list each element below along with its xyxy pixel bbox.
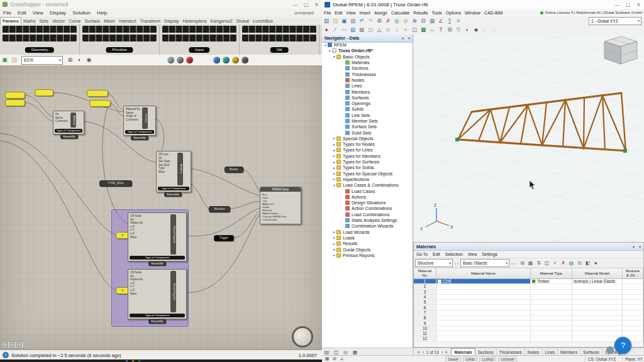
- color-column-icon[interactable]: ◧: [584, 260, 592, 267]
- material-name-cell[interactable]: [436, 336, 531, 341]
- tree-expander-icon[interactable]: ▸: [332, 148, 336, 152]
- navigator-display-tab[interactable]: ◫: [331, 349, 341, 355]
- tree-expander-icon[interactable]: ▸: [332, 143, 336, 146]
- tree-expander-icon[interactable]: ▸: [332, 166, 336, 170]
- modulus-cell[interactable]: [623, 279, 643, 284]
- snap-settings-icon[interactable]: ▦: [324, 356, 330, 362]
- settings-icon[interactable]: ≡: [455, 17, 462, 25]
- palette-group[interactable]: Primitive: [80, 25, 160, 55]
- sort-icon[interactable]: ⇅: [535, 260, 543, 267]
- help-chat-button[interactable]: ?: [614, 337, 631, 354]
- row-number-cell[interactable]: 8: [414, 315, 436, 321]
- visibility-tool-icon[interactable]: ◐: [464, 26, 471, 33]
- gumball-icon[interactable]: [177, 57, 184, 63]
- param-pill[interactable]: [87, 90, 108, 97]
- gh-category-tab[interactable]: Curve: [67, 18, 82, 25]
- preview-shaded-icon[interactable]: [213, 57, 220, 63]
- material-name-cell[interactable]: [436, 321, 531, 326]
- modulus-cell[interactable]: [623, 321, 643, 326]
- modulus-cell[interactable]: [623, 305, 643, 310]
- gh-category-tab[interactable]: Vector: [50, 18, 67, 25]
- tree-item[interactable]: Action Combinations: [322, 206, 413, 211]
- new-model-icon[interactable]: ▤: [323, 17, 330, 25]
- tree-item[interactable]: ▸ Types for Nodes: [322, 141, 413, 147]
- maximize-icon[interactable]: ▢: [623, 1, 633, 9]
- material-name-cell[interactable]: [436, 315, 531, 321]
- hinge-tool-icon[interactable]: ◇: [384, 26, 392, 33]
- zoom-out-icon[interactable]: ⊟: [419, 17, 427, 25]
- tree-expander-icon[interactable]: ▾: [332, 55, 336, 58]
- palette-group-label[interactable]: Util: [270, 47, 289, 53]
- param-pill[interactable]: [5, 99, 25, 106]
- rfem-menu-item[interactable]: File: [322, 11, 333, 15]
- gh-menu-item[interactable]: Solution: [69, 10, 94, 16]
- tree-item[interactable]: ▸ Imperfections: [322, 177, 413, 182]
- gh-menu-item[interactable]: Display: [47, 10, 69, 16]
- materials-panel-header[interactable]: Materials ▾ ✕: [414, 243, 643, 251]
- tree-expander-icon[interactable]: ▸: [332, 253, 336, 257]
- modulus-cell[interactable]: [623, 310, 643, 315]
- snap-toggle[interactable]: OSNAP: [498, 356, 517, 362]
- assemble-tag[interactable]: Assemble: [164, 192, 182, 197]
- tree-expander-icon[interactable]: ▾: [328, 49, 332, 53]
- first-page-icon[interactable]: «: [416, 350, 421, 354]
- node-tool-icon[interactable]: ●: [323, 26, 330, 33]
- canvas-corner-widget[interactable]: [1, 341, 24, 348]
- modulus-cell[interactable]: [623, 290, 643, 295]
- modulus-cell[interactable]: [623, 331, 643, 336]
- apply-icon[interactable]: ✓: [552, 260, 559, 267]
- tree-item[interactable]: ▸ Types for Lines: [322, 147, 413, 153]
- trigger-tag[interactable]: Trigger: [214, 235, 234, 241]
- assemble-tag[interactable]: Assemble: [131, 136, 148, 140]
- filter-tool-icon[interactable]: ▽: [455, 26, 462, 33]
- record-icon[interactable]: ●: [592, 260, 600, 267]
- table-row[interactable]: 1 C24 Timber Isotropic | Linear Elastic: [414, 279, 643, 284]
- port-label[interactable]: More: [128, 236, 186, 239]
- material-model-cell[interactable]: [572, 295, 623, 300]
- zoom-in-icon[interactable]: ⊕: [411, 17, 418, 25]
- material-model-cell[interactable]: Isotropic | Linear Elastic: [572, 279, 623, 284]
- material-name-cell[interactable]: [436, 290, 531, 295]
- rfem-menu-item[interactable]: Results: [411, 11, 430, 15]
- tree-expander-icon[interactable]: ▸: [332, 230, 336, 234]
- support-avatar[interactable]: [606, 346, 614, 354]
- tree-item[interactable]: ▸ Guide Objects: [322, 246, 413, 252]
- dimension-tool-icon[interactable]: ↔: [428, 26, 436, 33]
- row-number-cell[interactable]: 7: [414, 310, 436, 315]
- param-pill[interactable]: [5, 92, 25, 99]
- gh-category-tab[interactable]: Dlubal: [235, 18, 251, 25]
- tree-item[interactable]: Members: [322, 89, 413, 94]
- materials-menu-item[interactable]: Selection: [443, 252, 465, 256]
- undo-icon[interactable]: ↶: [358, 17, 365, 25]
- tree-expander-icon[interactable]: ▸: [332, 248, 336, 251]
- tree-item[interactable]: Surface Sets: [322, 124, 413, 129]
- tree-expander-icon[interactable]: ▸: [332, 136, 336, 140]
- render-mode-icon[interactable]: ◎: [393, 17, 401, 25]
- chevron-down-icon[interactable]: ▾: [400, 36, 406, 40]
- imperfection-tool-icon[interactable]: ≈: [402, 26, 409, 33]
- modulus-cell[interactable]: [623, 284, 643, 289]
- material-type-cell[interactable]: [531, 326, 572, 331]
- close-icon[interactable]: ✕: [311, 1, 322, 9]
- last-page-icon[interactable]: »: [444, 350, 449, 354]
- navigator-views-tab[interactable]: ◎: [341, 349, 350, 355]
- palette-group-label[interactable]: Geometry: [25, 47, 54, 53]
- gh-category-tab[interactable]: Transform: [138, 18, 162, 25]
- member-tool-icon[interactable]: —: [340, 26, 348, 33]
- gh-menu-item[interactable]: File: [0, 10, 14, 16]
- collapse-icon[interactable]: ⊟: [576, 260, 584, 267]
- port-label[interactable]: Comment: [124, 118, 155, 122]
- canvas-grid-icon[interactable]: ⊞: [66, 56, 74, 64]
- save-file-icon[interactable]: ▣: [1, 56, 9, 64]
- port-label[interactable]: Connectable: [260, 218, 301, 221]
- material-type-cell[interactable]: [531, 295, 572, 300]
- tree-item[interactable]: Openings: [322, 101, 413, 106]
- tree-item[interactable]: Solids: [322, 106, 413, 112]
- tree-item[interactable]: ▸ Results: [322, 241, 413, 246]
- zoom-select[interactable]: 61% ▾: [21, 56, 63, 65]
- gh-category-tab[interactable]: Maths: [21, 18, 38, 25]
- materials-menu-item[interactable]: Settings: [479, 252, 500, 256]
- material-name-cell[interactable]: [436, 326, 531, 331]
- tree-item[interactable]: Surfaces: [322, 95, 413, 101]
- modulus-cell[interactable]: [623, 326, 643, 331]
